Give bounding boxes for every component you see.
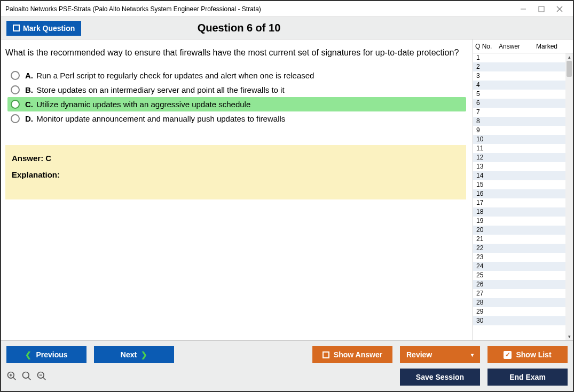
question-list-row[interactable]: 22 [473,244,565,253]
checkbox-checked-icon: ✓ [504,351,512,359]
scroll-thumb[interactable] [567,61,572,77]
chevron-left-icon: ❮ [25,350,32,359]
question-list-row[interactable]: 5 [473,90,565,99]
question-list-row[interactable]: 26 [473,280,565,289]
footer-row-2: Save Session End Exam [6,369,568,386]
main-panel: What is the recommended way to ensure th… [1,39,473,340]
question-list-row[interactable]: 30 [473,316,565,325]
body: What is the recommended way to ensure th… [1,39,573,340]
end-exam-button[interactable]: End Exam [487,369,568,386]
minimize-icon[interactable] [520,5,527,13]
question-list-row[interactable]: 4 [473,81,565,90]
option-row[interactable]: C. Utilize dynamic updates with an aggre… [7,97,466,111]
svg-line-5 [13,377,16,380]
question-list-row[interactable]: 20 [473,226,565,235]
question-list-row[interactable]: 27 [473,289,565,298]
chevron-down-icon: ▾ [471,352,474,358]
question-list-row[interactable]: 16 [473,189,565,198]
option-letter: C. [25,100,35,109]
question-list-row[interactable]: 15 [473,180,565,189]
zoom-controls [6,371,47,384]
review-button[interactable]: Review ▾ [400,346,480,363]
option-letter: D. [25,114,35,123]
explanation-label: Explanation: [12,170,460,179]
checkbox-empty-icon [323,351,329,358]
header-answer: Answer [499,43,536,50]
radio-icon[interactable] [11,100,20,109]
question-list-row[interactable]: 10 [473,135,565,144]
titlebar: Paloalto Networks PSE-Strata (Palo Alto … [1,1,573,17]
question-list-row[interactable]: 8 [473,117,565,126]
option-row[interactable]: B. Store updates on an intermediary serv… [7,83,466,97]
question-list-row[interactable]: 2 [473,62,565,71]
close-icon[interactable] [556,5,563,13]
topbar: Mark Question Question 6 of 10 [1,17,573,39]
question-list-row[interactable]: 29 [473,307,565,316]
svg-point-8 [23,372,29,378]
question-list-row[interactable]: 17 [473,198,565,207]
show-list-label: Show List [516,350,551,359]
scroll-down-icon[interactable]: ▾ [565,333,573,340]
checkbox-empty-icon [13,25,20,31]
question-list-row[interactable]: 13 [473,162,565,171]
scroll-up-icon[interactable]: ▴ [565,53,573,61]
show-answer-button[interactable]: Show Answer [312,346,392,363]
question-list-header: Q No. Answer Marked [473,39,573,53]
question-list-row[interactable]: 9 [473,126,565,135]
question-list-row[interactable]: 1 [473,53,565,62]
chevron-right-icon: ❯ [141,350,147,359]
question-list-body: 1234567891011121314151617181920212223242… [473,53,573,340]
question-list-row[interactable]: 24 [473,262,565,271]
question-list-row[interactable]: 7 [473,108,565,117]
svg-line-11 [43,377,46,380]
radio-icon[interactable] [11,114,20,123]
answer-panel: Answer: C Explanation: [5,145,466,199]
question-list-row[interactable]: 6 [473,99,565,108]
question-list-row[interactable]: 3 [473,71,565,81]
question-list-row[interactable]: 23 [473,253,565,262]
question-list-row[interactable]: 18 [473,207,565,217]
question-list-row[interactable]: 14 [473,171,565,180]
question-list-row[interactable]: 25 [473,271,565,280]
show-answer-label: Show Answer [334,350,382,359]
option-text: D. Monitor update announcement and manua… [25,114,285,123]
option-row[interactable]: D. Monitor update announcement and manua… [7,111,466,126]
question-list-panel: Q No. Answer Marked 12345678910111213141… [473,39,573,340]
question-list-row[interactable]: 28 [473,298,565,307]
option-text: A. Run a Perl script to regularly check … [25,71,314,80]
option-row[interactable]: A. Run a Perl script to regularly check … [7,68,466,83]
radio-icon[interactable] [11,85,20,94]
question-list-row[interactable]: 11 [473,144,565,153]
previous-button[interactable]: ❮ Previous [6,346,87,363]
end-exam-label: End Exam [509,373,546,381]
zoom-out-icon[interactable] [36,371,47,384]
window-title: Paloalto Networks PSE-Strata (Palo Alto … [5,5,520,13]
question-list-row[interactable]: 19 [473,217,565,226]
footer-row-1: ❮ Previous Next ❯ Show Answer Review ▾ ✓… [6,346,568,363]
header-qno: Q No. [475,43,499,50]
radio-icon[interactable] [11,71,20,80]
header-marked: Marked [536,43,573,50]
window-controls [520,5,563,13]
save-session-button[interactable]: Save Session [400,369,480,386]
save-session-label: Save Session [416,373,464,381]
scrollbar[interactable]: ▴ ▾ [565,53,573,340]
question-list-row[interactable]: 21 [473,235,565,244]
next-button[interactable]: Next ❯ [94,346,174,363]
zoom-reset-icon[interactable] [21,371,32,384]
option-text: B. Store updates on an intermediary serv… [25,85,285,94]
show-list-button[interactable]: ✓ Show List [487,346,568,363]
mark-question-button[interactable]: Mark Question [6,21,81,36]
zoom-in-icon[interactable] [6,371,17,384]
option-letter: A. [25,71,35,80]
maximize-icon[interactable] [538,5,545,13]
next-label: Next [121,350,137,359]
options-list: A. Run a Perl script to regularly check … [7,68,466,126]
mark-question-label: Mark Question [23,24,75,33]
svg-rect-1 [539,6,544,12]
footer: ❮ Previous Next ❯ Show Answer Review ▾ ✓… [1,340,573,391]
answer-label: Answer: C [12,154,460,163]
option-letter: B. [25,85,35,94]
question-list-row[interactable]: 12 [473,153,565,162]
previous-label: Previous [36,350,67,359]
